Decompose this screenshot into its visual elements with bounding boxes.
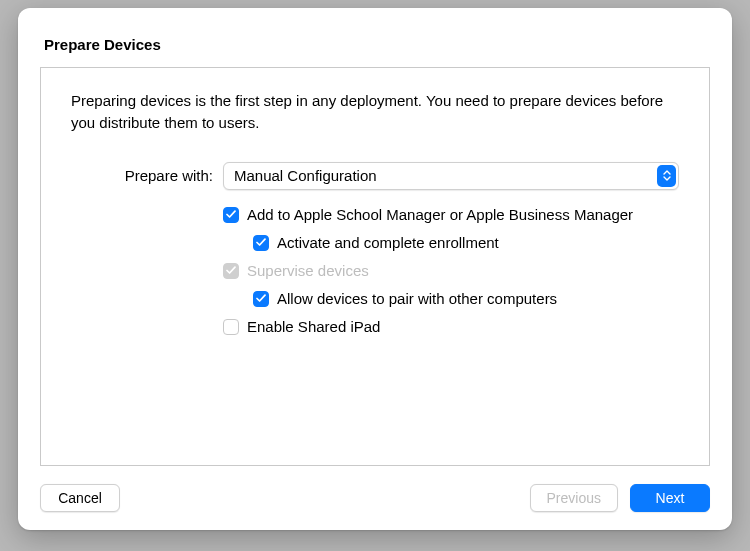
checkbox-icon [253,235,269,251]
option-label: Enable Shared iPad [247,318,380,335]
prepare-devices-sheet: Prepare Devices Preparing devices is the… [18,8,732,530]
option-activate[interactable]: Activate and complete enrollment [223,232,679,254]
sheet-title: Prepare Devices [44,36,710,53]
option-label: Supervise devices [247,262,369,279]
content-panel: Preparing devices is the first step in a… [40,67,710,466]
select-stepper-icon [657,165,676,187]
option-label: Activate and complete enrollment [277,234,499,251]
next-button[interactable]: Next [630,484,710,512]
previous-button: Previous [530,484,618,512]
option-add-manager[interactable]: Add to Apple School Manager or Apple Bus… [223,204,679,226]
intro-text: Preparing devices is the first step in a… [71,90,679,134]
option-label: Allow devices to pair with other compute… [277,290,557,307]
checkbox-icon [253,291,269,307]
checkbox-icon [223,319,239,335]
checkbox-icon [223,207,239,223]
prepare-with-value: Manual Configuration [234,167,377,184]
option-supervise: Supervise devices [223,260,679,282]
options-group: Add to Apple School Manager or Apple Bus… [71,204,679,338]
prepare-with-select[interactable]: Manual Configuration [223,162,679,190]
option-shared-ipad[interactable]: Enable Shared iPad [223,316,679,338]
footer: Cancel Previous Next [40,466,710,512]
option-allow-pair[interactable]: Allow devices to pair with other compute… [223,288,679,310]
cancel-button[interactable]: Cancel [40,484,120,512]
option-label: Add to Apple School Manager or Apple Bus… [247,206,633,223]
prepare-with-label: Prepare with: [71,167,223,184]
checkbox-icon [223,263,239,279]
prepare-with-row: Prepare with: Manual Configuration [71,162,679,190]
